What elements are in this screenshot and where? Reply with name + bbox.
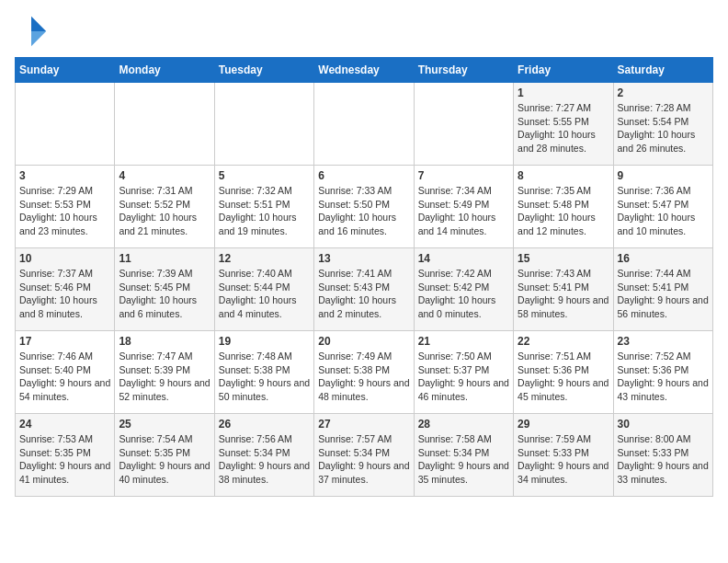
weekday-header: Saturday [613,58,712,83]
day-info: Sunrise: 7:27 AM Sunset: 5:55 PM Dayligh… [518,101,609,155]
calendar-cell [16,83,115,166]
weekday-row: SundayMondayTuesdayWednesdayThursdayFrid… [16,58,713,83]
day-number: 3 [19,169,110,182]
day-info: Sunrise: 7:32 AM Sunset: 5:51 PM Dayligh… [219,184,310,238]
day-number: 15 [518,252,609,265]
calendar-cell: 23Sunrise: 7:52 AM Sunset: 5:36 PM Dayli… [613,331,712,414]
day-info: Sunrise: 8:00 AM Sunset: 5:33 PM Dayligh… [618,432,709,487]
day-info: Sunrise: 7:37 AM Sunset: 5:46 PM Dayligh… [19,267,110,321]
day-number: 2 [618,86,709,99]
calendar-week-row: 1Sunrise: 7:27 AM Sunset: 5:55 PM Daylig… [16,83,713,166]
day-number: 7 [418,169,509,182]
weekday-header: Friday [514,58,613,83]
calendar-cell: 22Sunrise: 7:51 AM Sunset: 5:36 PM Dayli… [514,331,613,414]
page-header [15,15,713,48]
day-info: Sunrise: 7:59 AM Sunset: 5:33 PM Dayligh… [518,432,609,487]
calendar-cell: 26Sunrise: 7:56 AM Sunset: 5:34 PM Dayli… [214,414,313,497]
calendar-cell: 24Sunrise: 7:53 AM Sunset: 5:35 PM Dayli… [16,414,115,497]
day-number: 21 [418,335,509,348]
day-number: 26 [219,418,310,431]
calendar-header: SundayMondayTuesdayWednesdayThursdayFrid… [16,58,713,83]
day-info: Sunrise: 7:51 AM Sunset: 5:36 PM Dayligh… [518,350,609,404]
calendar-cell [314,83,414,166]
calendar-body: 1Sunrise: 7:27 AM Sunset: 5:55 PM Daylig… [16,83,713,497]
day-number: 29 [518,418,609,431]
weekday-header: Tuesday [214,58,313,83]
calendar-cell: 16Sunrise: 7:44 AM Sunset: 5:41 PM Dayli… [613,248,712,331]
day-info: Sunrise: 7:29 AM Sunset: 5:53 PM Dayligh… [19,184,110,238]
calendar-cell [214,83,313,166]
day-info: Sunrise: 7:31 AM Sunset: 5:52 PM Dayligh… [119,184,210,238]
calendar-cell: 7Sunrise: 7:34 AM Sunset: 5:49 PM Daylig… [414,166,513,248]
day-number: 10 [19,252,110,265]
day-info: Sunrise: 7:33 AM Sunset: 5:50 PM Dayligh… [318,184,409,238]
day-info: Sunrise: 7:52 AM Sunset: 5:36 PM Dayligh… [618,350,709,404]
day-info: Sunrise: 7:53 AM Sunset: 5:35 PM Dayligh… [19,432,110,487]
day-number: 27 [318,418,409,431]
calendar-cell: 12Sunrise: 7:40 AM Sunset: 5:44 PM Dayli… [214,248,313,331]
calendar-week-row: 17Sunrise: 7:46 AM Sunset: 5:40 PM Dayli… [16,331,713,414]
day-info: Sunrise: 7:54 AM Sunset: 5:35 PM Dayligh… [119,432,210,487]
calendar-cell: 2Sunrise: 7:28 AM Sunset: 5:54 PM Daylig… [613,83,712,166]
day-number: 18 [119,335,210,348]
day-info: Sunrise: 7:47 AM Sunset: 5:39 PM Dayligh… [119,350,210,404]
day-info: Sunrise: 7:57 AM Sunset: 5:34 PM Dayligh… [318,432,409,487]
calendar-cell: 10Sunrise: 7:37 AM Sunset: 5:46 PM Dayli… [16,248,115,331]
day-number: 12 [219,252,310,265]
calendar-cell: 3Sunrise: 7:29 AM Sunset: 5:53 PM Daylig… [16,166,115,248]
calendar-cell: 27Sunrise: 7:57 AM Sunset: 5:34 PM Dayli… [314,414,414,497]
day-number: 14 [418,252,509,265]
day-number: 16 [618,252,709,265]
calendar-cell: 25Sunrise: 7:54 AM Sunset: 5:35 PM Dayli… [115,414,214,497]
day-number: 5 [219,169,310,182]
day-info: Sunrise: 7:40 AM Sunset: 5:44 PM Dayligh… [219,267,310,321]
calendar-cell: 11Sunrise: 7:39 AM Sunset: 5:45 PM Dayli… [115,248,214,331]
logo [15,15,53,48]
day-info: Sunrise: 7:41 AM Sunset: 5:43 PM Dayligh… [318,267,409,321]
day-info: Sunrise: 7:36 AM Sunset: 5:47 PM Dayligh… [618,184,709,238]
day-number: 8 [518,169,609,182]
day-info: Sunrise: 7:42 AM Sunset: 5:42 PM Dayligh… [418,267,509,321]
calendar-cell: 15Sunrise: 7:43 AM Sunset: 5:41 PM Dayli… [514,248,613,331]
calendar-cell: 13Sunrise: 7:41 AM Sunset: 5:43 PM Dayli… [314,248,414,331]
calendar-cell: 19Sunrise: 7:48 AM Sunset: 5:38 PM Dayli… [214,331,313,414]
day-number: 30 [618,418,709,431]
weekday-header: Monday [115,58,214,83]
day-info: Sunrise: 7:58 AM Sunset: 5:34 PM Dayligh… [418,432,509,487]
calendar-cell: 5Sunrise: 7:32 AM Sunset: 5:51 PM Daylig… [214,166,313,248]
day-number: 19 [219,335,310,348]
day-number: 17 [19,335,110,348]
day-info: Sunrise: 7:39 AM Sunset: 5:45 PM Dayligh… [119,267,210,321]
calendar-cell: 30Sunrise: 8:00 AM Sunset: 5:33 PM Dayli… [613,414,712,497]
calendar-week-row: 10Sunrise: 7:37 AM Sunset: 5:46 PM Dayli… [16,248,713,331]
day-number: 24 [19,418,110,431]
calendar-cell: 17Sunrise: 7:46 AM Sunset: 5:40 PM Dayli… [16,331,115,414]
day-number: 11 [119,252,210,265]
calendar-table: SundayMondayTuesdayWednesdayThursdayFrid… [15,57,713,497]
day-info: Sunrise: 7:49 AM Sunset: 5:38 PM Dayligh… [318,350,409,404]
calendar-cell: 1Sunrise: 7:27 AM Sunset: 5:55 PM Daylig… [514,83,613,166]
calendar-cell: 29Sunrise: 7:59 AM Sunset: 5:33 PM Dayli… [514,414,613,497]
weekday-header: Wednesday [314,58,414,83]
day-number: 28 [418,418,509,431]
calendar-cell: 21Sunrise: 7:50 AM Sunset: 5:37 PM Dayli… [414,331,513,414]
day-number: 4 [119,169,210,182]
day-info: Sunrise: 7:28 AM Sunset: 5:54 PM Dayligh… [618,101,709,155]
calendar-cell: 20Sunrise: 7:49 AM Sunset: 5:38 PM Dayli… [314,331,414,414]
day-info: Sunrise: 7:35 AM Sunset: 5:48 PM Dayligh… [518,184,609,238]
day-number: 6 [318,169,409,182]
svg-marker-1 [31,31,46,46]
calendar-cell: 28Sunrise: 7:58 AM Sunset: 5:34 PM Dayli… [414,414,513,497]
day-number: 9 [618,169,709,182]
day-number: 23 [618,335,709,348]
calendar-cell: 9Sunrise: 7:36 AM Sunset: 5:47 PM Daylig… [613,166,712,248]
day-number: 1 [518,86,609,99]
svg-marker-0 [31,17,46,31]
day-number: 13 [318,252,409,265]
day-info: Sunrise: 7:34 AM Sunset: 5:49 PM Dayligh… [418,184,509,238]
day-info: Sunrise: 7:48 AM Sunset: 5:38 PM Dayligh… [219,350,310,404]
calendar-cell: 8Sunrise: 7:35 AM Sunset: 5:48 PM Daylig… [514,166,613,248]
day-info: Sunrise: 7:50 AM Sunset: 5:37 PM Dayligh… [418,350,509,404]
day-info: Sunrise: 7:46 AM Sunset: 5:40 PM Dayligh… [19,350,110,404]
calendar-week-row: 3Sunrise: 7:29 AM Sunset: 5:53 PM Daylig… [16,166,713,248]
